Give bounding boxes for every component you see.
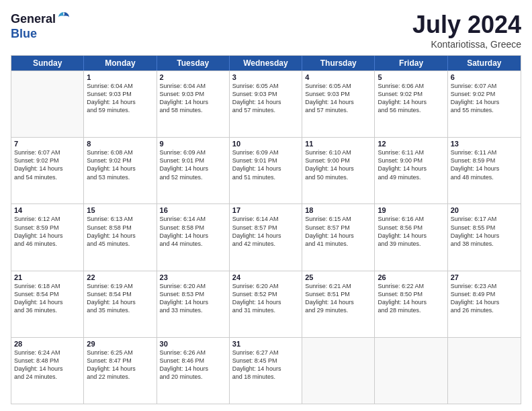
calendar-cell: 10Sunrise: 6:09 AM Sunset: 9:01 PM Dayli…	[230, 138, 302, 203]
day-number: 23	[160, 273, 226, 281]
day-number: 16	[160, 206, 226, 214]
calendar-cell: 19Sunrise: 6:16 AM Sunset: 8:56 PM Dayli…	[375, 204, 447, 270]
day-number: 28	[14, 340, 81, 348]
cell-info: Sunrise: 6:14 AM Sunset: 8:58 PM Dayligh…	[160, 215, 226, 248]
cell-info: Sunrise: 6:20 AM Sunset: 8:52 PM Dayligh…	[232, 282, 299, 315]
day-number: 31	[232, 340, 299, 348]
calendar-header-day: Friday	[375, 56, 447, 71]
cell-info: Sunrise: 6:16 AM Sunset: 8:56 PM Dayligh…	[378, 215, 444, 248]
calendar-cell: 12Sunrise: 6:11 AM Sunset: 9:00 PM Dayli…	[375, 138, 447, 203]
header: General Blue July 2024 Kontariotissa, Gr…	[11, 11, 521, 50]
calendar-cell	[448, 338, 521, 404]
calendar-cell: 26Sunrise: 6:22 AM Sunset: 8:50 PM Dayli…	[375, 271, 447, 337]
calendar-cell: 7Sunrise: 6:07 AM Sunset: 9:02 PM Daylig…	[11, 138, 84, 203]
calendar-cell: 5Sunrise: 6:06 AM Sunset: 9:02 PM Daylig…	[375, 71, 447, 137]
calendar-cell: 8Sunrise: 6:08 AM Sunset: 9:02 PM Daylig…	[84, 138, 157, 203]
title-area: July 2024 Kontariotissa, Greece	[412, 11, 521, 50]
cell-info: Sunrise: 6:11 AM Sunset: 8:59 PM Dayligh…	[451, 148, 518, 181]
cell-info: Sunrise: 6:09 AM Sunset: 9:01 PM Dayligh…	[160, 148, 226, 181]
day-number: 26	[378, 273, 444, 281]
day-number: 8	[87, 140, 153, 148]
day-number: 7	[14, 140, 81, 148]
day-number: 4	[305, 73, 371, 81]
day-number: 21	[14, 273, 81, 281]
day-number: 12	[378, 140, 444, 148]
cell-info: Sunrise: 6:11 AM Sunset: 9:00 PM Dayligh…	[378, 148, 444, 181]
day-number: 29	[87, 340, 153, 348]
calendar-cell	[11, 71, 84, 137]
cell-info: Sunrise: 6:14 AM Sunset: 8:57 PM Dayligh…	[232, 215, 299, 248]
calendar-week: 7Sunrise: 6:07 AM Sunset: 9:02 PM Daylig…	[11, 137, 521, 203]
cell-info: Sunrise: 6:05 AM Sunset: 9:03 PM Dayligh…	[232, 82, 299, 115]
cell-info: Sunrise: 6:13 AM Sunset: 8:58 PM Dayligh…	[87, 215, 153, 248]
day-number: 20	[451, 206, 518, 214]
day-number: 18	[305, 206, 371, 214]
calendar-cell: 1Sunrise: 6:04 AM Sunset: 9:03 PM Daylig…	[84, 71, 157, 137]
calendar-cell: 2Sunrise: 6:04 AM Sunset: 9:03 PM Daylig…	[157, 71, 230, 137]
day-number: 24	[232, 273, 299, 281]
calendar-cell: 31Sunrise: 6:27 AM Sunset: 8:45 PM Dayli…	[230, 338, 302, 404]
cell-info: Sunrise: 6:17 AM Sunset: 8:55 PM Dayligh…	[451, 215, 518, 248]
calendar-header-day: Saturday	[448, 56, 521, 71]
calendar-cell: 24Sunrise: 6:20 AM Sunset: 8:52 PM Dayli…	[230, 271, 302, 337]
calendar-header: SundayMondayTuesdayWednesdayThursdayFrid…	[11, 56, 521, 71]
cell-info: Sunrise: 6:09 AM Sunset: 9:01 PM Dayligh…	[232, 148, 299, 181]
cell-info: Sunrise: 6:10 AM Sunset: 9:00 PM Dayligh…	[305, 148, 371, 181]
day-number: 10	[232, 140, 299, 148]
cell-info: Sunrise: 6:23 AM Sunset: 8:49 PM Dayligh…	[451, 282, 518, 315]
cell-info: Sunrise: 6:08 AM Sunset: 9:02 PM Dayligh…	[87, 148, 153, 181]
cell-info: Sunrise: 6:07 AM Sunset: 9:02 PM Dayligh…	[451, 82, 518, 115]
day-number: 11	[305, 140, 371, 148]
calendar-cell: 30Sunrise: 6:26 AM Sunset: 8:46 PM Dayli…	[157, 338, 230, 404]
cell-info: Sunrise: 6:27 AM Sunset: 8:45 PM Dayligh…	[232, 349, 299, 381]
logo: General Blue	[11, 11, 71, 41]
calendar-header-day: Monday	[84, 56, 157, 71]
calendar-cell: 11Sunrise: 6:10 AM Sunset: 9:00 PM Dayli…	[302, 138, 375, 203]
page: General Blue July 2024 Kontariotissa, Gr…	[0, 0, 532, 411]
calendar-cell	[375, 338, 447, 404]
calendar-cell: 6Sunrise: 6:07 AM Sunset: 9:02 PM Daylig…	[448, 71, 521, 137]
cell-info: Sunrise: 6:21 AM Sunset: 8:51 PM Dayligh…	[305, 282, 371, 315]
day-number: 14	[14, 206, 81, 214]
calendar-header-day: Wednesday	[230, 56, 302, 71]
calendar-cell: 16Sunrise: 6:14 AM Sunset: 8:58 PM Dayli…	[157, 204, 230, 270]
cell-info: Sunrise: 6:04 AM Sunset: 9:03 PM Dayligh…	[87, 82, 153, 115]
calendar-cell: 29Sunrise: 6:25 AM Sunset: 8:47 PM Dayli…	[84, 338, 157, 404]
calendar-cell: 25Sunrise: 6:21 AM Sunset: 8:51 PM Dayli…	[302, 271, 375, 337]
day-number: 6	[451, 73, 518, 81]
calendar-week: 14Sunrise: 6:12 AM Sunset: 8:59 PM Dayli…	[11, 203, 521, 270]
calendar-cell: 17Sunrise: 6:14 AM Sunset: 8:57 PM Dayli…	[230, 204, 302, 270]
calendar-cell: 4Sunrise: 6:05 AM Sunset: 9:03 PM Daylig…	[302, 71, 375, 137]
calendar-cell: 18Sunrise: 6:15 AM Sunset: 8:57 PM Dayli…	[302, 204, 375, 270]
calendar-cell: 21Sunrise: 6:18 AM Sunset: 8:54 PM Dayli…	[11, 271, 84, 337]
calendar-week: 21Sunrise: 6:18 AM Sunset: 8:54 PM Dayli…	[11, 271, 521, 337]
cell-info: Sunrise: 6:05 AM Sunset: 9:03 PM Dayligh…	[305, 82, 371, 115]
cell-info: Sunrise: 6:22 AM Sunset: 8:50 PM Dayligh…	[378, 282, 444, 315]
calendar-cell: 15Sunrise: 6:13 AM Sunset: 8:58 PM Dayli…	[84, 204, 157, 270]
cell-info: Sunrise: 6:15 AM Sunset: 8:57 PM Dayligh…	[305, 215, 371, 248]
cell-info: Sunrise: 6:26 AM Sunset: 8:46 PM Dayligh…	[160, 349, 226, 381]
calendar-body: 1Sunrise: 6:04 AM Sunset: 9:03 PM Daylig…	[11, 71, 521, 404]
calendar-cell: 9Sunrise: 6:09 AM Sunset: 9:01 PM Daylig…	[157, 138, 230, 203]
day-number: 15	[87, 206, 153, 214]
day-number: 1	[87, 73, 153, 81]
day-number: 27	[451, 273, 518, 281]
calendar-cell: 23Sunrise: 6:20 AM Sunset: 8:53 PM Dayli…	[157, 271, 230, 337]
calendar-cell: 28Sunrise: 6:24 AM Sunset: 8:48 PM Dayli…	[11, 338, 84, 404]
day-number: 13	[451, 140, 518, 148]
day-number: 2	[160, 73, 226, 81]
title-month: July 2024	[412, 11, 521, 39]
day-number: 3	[232, 73, 299, 81]
calendar-header-day: Thursday	[302, 56, 375, 71]
day-number: 30	[160, 340, 226, 348]
day-number: 22	[87, 273, 153, 281]
calendar-week: 28Sunrise: 6:24 AM Sunset: 8:48 PM Dayli…	[11, 337, 521, 404]
calendar-header-day: Sunday	[11, 56, 84, 71]
cell-info: Sunrise: 6:20 AM Sunset: 8:53 PM Dayligh…	[160, 282, 226, 315]
cell-info: Sunrise: 6:12 AM Sunset: 8:59 PM Dayligh…	[14, 215, 81, 248]
cell-info: Sunrise: 6:24 AM Sunset: 8:48 PM Dayligh…	[14, 349, 81, 381]
calendar-cell: 27Sunrise: 6:23 AM Sunset: 8:49 PM Dayli…	[448, 271, 521, 337]
day-number: 17	[232, 206, 299, 214]
logo-general: General	[11, 12, 56, 26]
logo-blue: Blue	[11, 27, 37, 40]
